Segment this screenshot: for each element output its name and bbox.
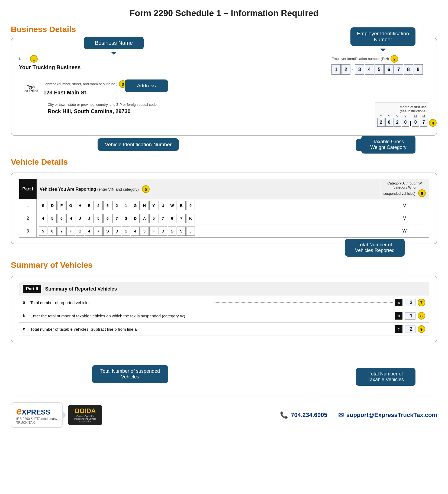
cat-row-3: W [380,225,429,238]
callout-total-reported: Total Number of Vehicles Reported [345,239,405,257]
page-title: Form 2290 Schedule 1 – Information Requi… [11,5,437,18]
vin-row-2: 456 HJJ 567 GDA 576 7K [37,212,380,225]
ooida-text: OOIDA [73,407,97,415]
footer: e XPRESS IRS 2290 & IFTA made easy TRUCK… [11,397,437,433]
month-col-y1: Y 2 [377,115,385,127]
badge-4: 4 [429,119,437,127]
month-col-y2: Y 0 [385,115,393,127]
badge-6: 6 [418,189,426,197]
part-ii-label: Part II [23,285,41,293]
part-i-desc-text: Vehicles You Are Reporting [40,187,96,192]
ein-dash: - [351,66,354,73]
summary-section-title: Summary of Vehicles [11,260,93,270]
month-col-y3: Y 2 [394,115,401,127]
ein-digit-6: 6 [384,64,394,75]
vehicle-table: Part I Vehicles You Are Reporting (enter… [19,179,429,238]
email-address: support@ExpressTruckTax.com [346,412,437,419]
vin-row-3: 567 FG4 7SD G45 FDG SJ [37,225,380,238]
ooida-logo: OOIDA Owner-Operator Independent Drivers… [68,405,102,425]
month-digits: Y 2 Y 0 Y 2 Y 0 | [377,115,427,127]
part-ii-desc: Summary of Reported Vehicles [45,286,117,292]
email-icon: ✉ [338,411,344,419]
vehicle-form-card: Part I Vehicles You Are Reporting (enter… [11,173,437,244]
summary-value-a: 3 [405,299,415,306]
cat-header: Category A through W(category W forsuspe… [380,179,429,199]
summary-box-c: c [395,325,402,333]
part-i-desc2: (enter VIN and category) [97,187,139,192]
address-field-group: Address (number, street, and room or sui… [43,80,429,97]
vehicle-header-row: Part I Vehicles You Are Reporting (enter… [19,179,429,199]
callout-weight-cat: Taxable Gross Weight Category [361,136,415,154]
footer-logos: e XPRESS IRS 2290 & IFTA made easy TRUCK… [11,402,102,428]
summary-letter-a: a [23,300,30,305]
express-logo: e XPRESS IRS 2290 & IFTA made easy TRUCK… [11,402,63,428]
callout-suspended-vehicles: Total Number of suspended Vehicles [92,365,168,383]
month-col-m1: M 0 [412,115,419,127]
city-label: City or town, state or province, country… [48,103,370,107]
summary-row-a: a Total number of reported vehicles a 3 … [19,296,429,309]
month-col-y4: Y 0 [402,115,409,127]
vin-row-1: SDF GHE 452 1GH YUW B9 [37,199,380,212]
ein-label: Employer identification number (EIN) [331,57,389,61]
badge-8: 8 [418,312,425,320]
callout-vin: Vehicle Identification Number [98,138,179,151]
ein-field-group: Employer identification number (EIN) 2 1… [331,55,429,75]
express-truck-label: TRUCK TAX [16,421,57,425]
badge-1: 1 [30,55,38,63]
vehicle-table-body: 1 SDF GHE 452 1GH YUW B9 V [19,199,429,238]
vehicle-section-title: Vehicle Details [11,157,68,167]
address-label: Address (number, street, and room or sui… [43,82,117,86]
ooida-sub-text: Owner-Operator Independent Drivers Assoc… [73,415,97,423]
phone-contact: 📞 704.234.6005 [280,411,327,419]
phone-number: 704.234.6005 [291,412,327,419]
badge-9: 9 [418,325,425,333]
month-col-m2: M 7 [420,115,427,127]
footer-contact: 📞 704.234.6005 ✉ support@ExpressTruckTax… [280,411,437,419]
name-field-group: Name 1 Your Trucking Business [19,55,327,75]
summary-text-a: Total number of reported vehicles [30,300,211,305]
summary-box-b: b [395,312,402,320]
month-first-use-group: Month of first use(see instructions) Y 2… [375,103,429,129]
month-label: Month of first use(see instructions) [377,105,427,113]
part-ii-header: Part II Summary of Reported Vehicles [19,282,429,296]
summary-letter-c: c [23,327,30,332]
ein-digit-2: 2 [341,64,350,75]
city-value: Rock Hill, South Carolina, 29730 [48,107,370,116]
ein-digit-7: 7 [394,64,403,75]
summary-form-card: Part II Summary of Reported Vehicles a T… [11,276,437,342]
business-form-card: Name 1 Your Trucking Business Employer i… [11,38,437,136]
table-row: 1 SDF GHE 452 1GH YUW B9 V [19,199,429,212]
summary-box-a: a [395,299,402,306]
name-label: Name [19,57,28,61]
summary-value-c: 2 [405,326,415,333]
row-num-2: 2 [19,212,37,225]
email-contact: ✉ support@ExpressTruckTax.com [338,411,437,419]
badge-7: 7 [418,299,425,306]
badge-2: 2 [391,55,398,63]
express-rest-text: XPRESS [22,408,50,416]
ein-digit-9: 9 [414,64,423,75]
ein-digit-5: 5 [375,64,384,75]
summary-row-b: b Enter the total number of taxable vehi… [19,309,429,323]
ein-digits: 1 2 - 3 4 5 6 7 8 9 [331,64,429,75]
summary-value-b: 1 [405,312,415,320]
summary-row-c: c Total number of taxable vehicles. Subt… [19,323,429,336]
table-row: 2 456 HJJ 567 GDA 576 7K V [19,212,429,225]
ein-digit-3: 3 [355,64,364,75]
badge-5: 5 [142,185,150,193]
phone-icon: 📞 [280,411,288,419]
callout-ein: Employer Identification Number [350,27,415,46]
part-i-desc: Vehicles You Are Reporting (enter VIN an… [37,179,380,199]
cat-row-1: V [380,199,429,212]
business-name-value: Your Trucking Business [19,63,327,72]
summary-section: Summary of Vehicles Total Number of Vehi… [11,260,437,364]
address-value: 123 East Main St, [43,88,429,97]
ein-digit-1: 1 [331,64,341,75]
business-section: Business Details Business Name Employer … [11,25,437,136]
type-or-print-label: Typeor Print [19,84,43,93]
express-e-letter: e [16,406,22,417]
summary-text-b: Enter the total number of taxable vehicl… [30,314,211,318]
city-field-group: City or town, state or province, country… [48,103,370,129]
table-row: 3 567 FG4 7SD G45 FDG SJ W [19,225,429,238]
callout-taxable-vehicles: Total Number of Taxable Vehicles [356,368,415,386]
